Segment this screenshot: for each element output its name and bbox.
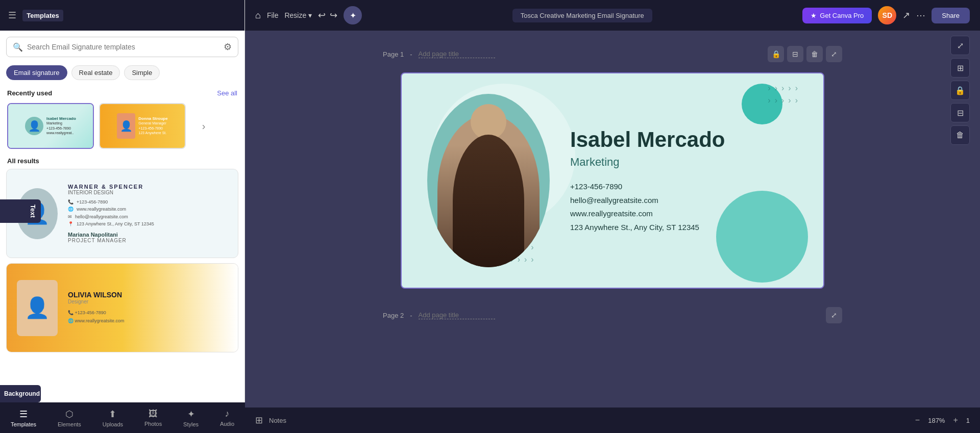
sig-email: hello@reallygreatsite.com	[570, 195, 798, 207]
result-card-2-text: OLIVIA WILSON Designer 📞 +123-456-7890 🌐…	[68, 291, 228, 325]
zoom-in-button[interactable]: +	[953, 416, 958, 425]
card1-name: Isabel Mercado	[46, 116, 76, 121]
tab-uploads[interactable]: ⬆ Uploads	[103, 409, 123, 427]
tab-templates[interactable]: ☰ Templates	[11, 409, 36, 427]
sig-photo-oval	[427, 94, 550, 267]
page2-label: Page 2	[383, 312, 404, 319]
page1-lock-button[interactable]: 🔒	[768, 46, 784, 62]
page1-copy-button[interactable]: ⊟	[787, 46, 803, 62]
tab-styles[interactable]: ✦ Styles	[183, 409, 199, 427]
result-card-1-details: 📞+123-456-7890 🌐www.reallygreatsite.com …	[68, 198, 228, 228]
background-tab[interactable]: Background	[0, 385, 41, 402]
home-button[interactable]: ⌂	[255, 10, 261, 21]
result-card-2-name: OLIVIA WILSON	[68, 291, 228, 299]
toolbar-left: ⌂ File Resize ▾ ↩ ↪ ✦	[255, 6, 362, 24]
photos-tab-label: Photos	[144, 421, 162, 427]
result-card-2-photo: 👤	[17, 280, 58, 336]
page2-title-input[interactable]	[419, 311, 495, 319]
star-icon: ★	[811, 12, 817, 19]
uploads-tab-label: Uploads	[103, 421, 123, 427]
person-body	[453, 135, 524, 267]
delete-button[interactable]: 🗑	[950, 125, 970, 145]
photos-tab-icon: 🖼	[149, 409, 158, 419]
result-card-2-details: 📞 +123-456-7890 🌐 www.reallygreatsite.co…	[68, 309, 228, 325]
tab-elements[interactable]: ⬡ Elements	[58, 409, 81, 427]
sig-contact: +123-456-7890 hello@reallygreatsite.com …	[570, 181, 798, 233]
canvas-main: Page 1 - 🔒 ⊟ 🗑 ⤢	[245, 31, 980, 407]
result-card-1[interactable]: 👤 WARNER & SPENCER INTERIOR DESIGN 📞+123…	[6, 169, 238, 258]
see-all-link[interactable]: See all	[217, 89, 237, 97]
recently-used-label: Recently used	[7, 89, 52, 97]
share-button[interactable]: Share	[932, 8, 970, 23]
canvas-area: ⌂ File Resize ▾ ↩ ↪ ✦ Tosca Creative Mar…	[245, 0, 980, 433]
templates-label[interactable]: Templates	[22, 10, 63, 21]
sidebar: ☰ Templates 🔍 ⚙ Email signature Real est…	[0, 0, 245, 433]
canvas-content: Page 1 - 🔒 ⊟ 🗑 ⤢	[383, 46, 842, 323]
page1-title-input[interactable]	[419, 50, 495, 58]
page1-label: Page 1	[383, 50, 404, 58]
page1-header-row: Page 1 - 🔒 ⊟ 🗑 ⤢	[383, 46, 842, 62]
audio-tab-label: Audio	[220, 421, 234, 427]
text-sidebar-tab[interactable]: Text	[0, 199, 41, 223]
share-icon-button[interactable]: ↗	[902, 10, 910, 21]
tab-audio[interactable]: ♪ Audio	[220, 409, 234, 427]
search-input[interactable]	[27, 43, 219, 51]
show-pages-button[interactable]: ⊞	[255, 415, 263, 426]
sig-title: Marketing	[570, 156, 798, 169]
search-bar-container: 🔍 ⚙	[0, 31, 244, 61]
page2-actions: ⤢	[826, 307, 842, 323]
tab-photos[interactable]: 🖼 Photos	[144, 409, 162, 427]
card1-text: Marketing+123-456-7890www.reallygreat..	[46, 121, 76, 136]
chip-real-estate[interactable]: Real estate	[71, 65, 120, 80]
card1-avatar: 👤	[25, 117, 43, 135]
result-card-2-role: Designer	[68, 299, 228, 304]
templates-icon: ☰	[8, 10, 16, 21]
filter-button[interactable]: ⚙	[224, 41, 232, 53]
templates-tab-icon: ☰	[19, 409, 28, 420]
recently-card-1[interactable]: 👤 Isabel Mercado Marketing+123-456-7890w…	[7, 103, 94, 149]
resize-button[interactable]: Resize ▾	[284, 11, 312, 19]
copy-button[interactable]: ⊟	[950, 103, 970, 122]
grid-view-button[interactable]: ⊞	[950, 58, 970, 78]
search-bar: 🔍 ⚙	[6, 37, 238, 57]
toolbar-center: Tosca Creative Marketing Email Signature	[370, 9, 794, 22]
undo-redo-group: ↩ ↪	[318, 10, 337, 21]
result-card-1-text: WARNER & SPENCER INTERIOR DESIGN 📞+123-4…	[68, 184, 228, 244]
top-toolbar: ⌂ File Resize ▾ ↩ ↪ ✦ Tosca Creative Mar…	[245, 0, 980, 31]
get-canva-pro-button[interactable]: ★ Get Canva Pro	[802, 8, 872, 23]
styles-tab-label: Styles	[183, 421, 199, 427]
fit-page-button[interactable]: ⤢	[950, 36, 970, 55]
page1-trash-button[interactable]: 🗑	[806, 46, 823, 62]
undo-button[interactable]: ↩	[318, 10, 326, 21]
bottom-tabs: ☰ Templates ⬡ Elements ⬆ Uploads 🖼 Photo…	[0, 402, 245, 433]
search-icon: 🔍	[13, 42, 23, 52]
card2-photo: 👤	[117, 113, 135, 139]
result-card-1-company: WARNER & SPENCER	[68, 184, 228, 190]
recently-more-indicator[interactable]: ›	[191, 103, 216, 149]
file-button[interactable]: File	[267, 11, 279, 19]
email-signature-card[interactable]: ›› ›› › ›› ›› › ›› ›› ›	[401, 72, 824, 289]
result-card-1-division: INTERIOR DESIGN	[68, 190, 228, 195]
zoom-out-button[interactable]: −	[915, 416, 920, 425]
magic-button[interactable]: ✦	[344, 6, 362, 24]
toolbar-right: ★ Get Canva Pro SD ↗ ⋯ Share	[802, 6, 970, 24]
dots-menu-button[interactable]: ⋯	[916, 10, 925, 21]
page2-header-row: Page 2 - ⤢	[383, 307, 842, 323]
page1-expand-button[interactable]: ⤢	[826, 46, 842, 62]
audio-tab-icon: ♪	[225, 409, 229, 419]
user-avatar[interactable]: SD	[878, 6, 896, 24]
elements-tab-icon: ⬡	[65, 409, 74, 420]
redo-button[interactable]: ↪	[330, 10, 337, 21]
sig-text-area: Isabel Mercado Marketing +123-456-7890 h…	[570, 128, 798, 233]
page2-expand-button[interactable]: ⤢	[826, 307, 842, 323]
elements-tab-label: Elements	[58, 421, 81, 427]
result-card-2[interactable]: 👤 OLIVIA WILSON Designer 📞 +123-456-7890…	[6, 263, 238, 352]
chip-simple[interactable]: Simple	[124, 65, 160, 80]
recently-card-2[interactable]: 👤 Donna Stroupe General Manager+123-456-…	[99, 103, 186, 149]
lock-button[interactable]: 🔒	[950, 81, 970, 100]
styles-tab-icon: ✦	[187, 409, 195, 420]
sig-phone: +123-456-7890	[570, 181, 798, 193]
chip-email-signature[interactable]: Email signature	[6, 65, 67, 80]
sig-address: 123 Anywhere St., Any City, ST 12345	[570, 222, 798, 234]
card2-text: General Manager+123-456-7890123 Anywhere…	[138, 121, 167, 136]
